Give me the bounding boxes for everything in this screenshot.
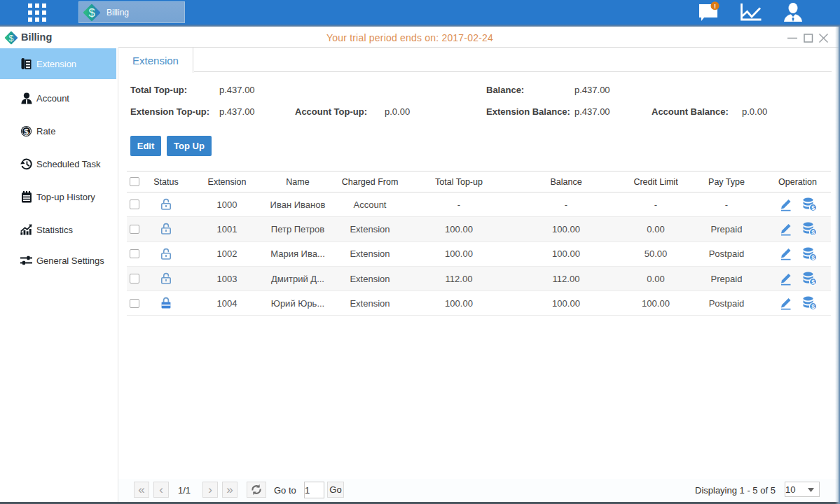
svg-text:$: $ xyxy=(24,127,29,135)
svg-text:$: $ xyxy=(811,204,815,211)
svg-text:$: $ xyxy=(811,279,815,286)
svg-text:$: $ xyxy=(811,229,815,236)
svg-text:!: ! xyxy=(714,3,716,10)
svg-text:$: $ xyxy=(88,6,95,19)
svg-text:$: $ xyxy=(811,303,815,310)
svg-text:$: $ xyxy=(811,254,815,261)
